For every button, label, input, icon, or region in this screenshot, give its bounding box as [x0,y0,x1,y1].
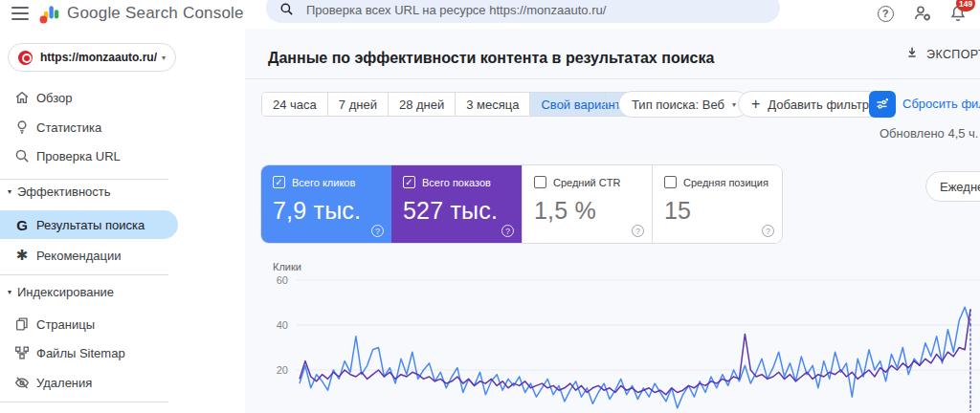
sidebar-item-label: Удаления [36,376,92,390]
chart-series-line [300,307,970,408]
y-tick-label: 60 [277,274,288,286]
help-icon[interactable]: ? [371,225,384,237]
export-label: ЭКСПОРТИРОВАТЬ [926,48,980,61]
performance-line-chart[interactable]: 60 40 20 [261,258,980,413]
pages-icon [13,315,31,333]
search-console-logo[interactable] [38,2,61,29]
sidebar-item-label: Статистика [36,120,101,135]
tune-icon [875,97,890,112]
google-g-icon: G [13,217,31,233]
metric-label: Всего кликов [292,177,355,188]
section-label: Индексирование [17,285,114,299]
metric-value: 15 [664,197,770,225]
user-settings-icon[interactable] [912,3,933,24]
sidebar-item-recommendations[interactable]: ✱ Рекомендации [0,241,191,270]
updated-timestamp: Обновлено 4,5 ч. назад [880,126,980,141]
metric-value: 7,9 тыс. [273,197,380,225]
date-range-7d[interactable]: 7 дней [328,93,389,116]
property-favicon [18,51,33,65]
sidebar-item-search-results[interactable]: G Результаты поиска [0,210,178,239]
download-icon [904,45,920,64]
chevron-down-icon: ▾ [162,54,166,62]
metric-label: Средняя позиция [683,177,768,188]
search-type-filter-chip[interactable]: Тип поиска: Веб ▾ [618,91,749,118]
sidebar-divider [0,402,168,402]
metric-cards: ✓ Всего кликов 7,9 тыс. ? ✓ Всего показо… [261,165,782,243]
gsc-window: Google Search Console ? 149 https://monz [0,0,980,413]
removals-eye-off-icon [13,374,31,391]
section-label: Эффективность [17,185,111,199]
metric-label: Всего показов [422,177,491,188]
sidebar-item-removals[interactable]: Удаления [0,368,191,397]
sidebar-item-label: Страницы [36,317,95,332]
url-inspection-magnifier-icon [13,147,31,164]
chevron-down-icon: ▾ [732,100,736,109]
notification-count-badge[interactable]: 149 [956,0,975,11]
metric-card-total-clicks[interactable]: ✓ Всего кликов 7,9 тыс. ? [261,165,391,243]
checkbox-checked-icon[interactable]: ✓ [273,176,285,188]
vertical-divider [605,94,606,115]
date-range-group: 24 часа 7 дней 28 дней 3 месяца Свой вар… [261,92,643,117]
metric-card-average-ctr[interactable]: Средний CTR 1,5 % ? [522,165,652,243]
search-input[interactable] [306,0,756,19]
sidebar-item-sitemaps[interactable]: Файлы Sitemap [0,338,191,367]
sidebar-item-label: Обзор [36,91,73,105]
sidebar-divider [0,274,168,275]
add-filter-chip[interactable]: + Добавить фильтр [738,91,882,118]
home-icon [13,89,31,106]
metric-card-total-impressions[interactable]: ✓ Всего показов 527 тыс. ? [391,165,522,243]
help-icon[interactable]: ? [632,225,644,237]
collapse-triangle-icon: ▾ [8,187,11,196]
sidebar-item-label: Рекомендации [36,249,122,263]
sidebar: https://monzaauto.ru/ ▾ Обзор Статистика… [0,29,245,413]
granularity-button[interactable]: Ежедневно [925,171,980,202]
y-tick-label: 20 [277,364,288,376]
page-title: Данные по эффективности контента в резул… [268,50,714,67]
sidebar-item-label: Результаты поиска [36,218,145,232]
metric-value: 1,5 % [534,197,640,225]
menu-icon[interactable] [11,7,29,20]
help-icon[interactable]: ? [501,225,514,237]
divider [245,78,980,79]
export-button[interactable]: ЭКСПОРТИРОВАТЬ [904,45,980,64]
sidebar-item-label: Проверка URL [36,149,121,163]
checkbox-unchecked-icon[interactable] [534,176,546,188]
url-inspection-searchbar[interactable] [266,0,780,23]
collapse-triangle-icon: ▾ [8,288,11,296]
date-range-24h[interactable]: 24 часа [262,93,328,116]
app-title: Google Search Console [67,4,244,23]
plus-icon: + [751,96,760,113]
y-tick-label: 40 [277,319,288,331]
insights-bulb-icon [13,119,31,136]
sidebar-divider [0,179,168,180]
metric-value: 527 тыс. [403,197,510,225]
sitemap-icon [13,344,31,361]
date-range-3m[interactable]: 3 месяца [456,93,530,116]
date-range-28d[interactable]: 28 дней [389,93,456,116]
sidebar-item-overview[interactable]: Обзор [0,83,191,112]
recommendations-asterisk-icon: ✱ [13,247,31,264]
property-selector[interactable]: https://monzaauto.ru/ ▾ [8,43,176,72]
section-indexing[interactable]: ▾ Индексирование [0,283,114,300]
metric-label: Средний CTR [553,177,620,188]
property-url: https://monzaauto.ru/ [40,51,157,64]
topbar: Google Search Console ? 149 [0,0,980,29]
sidebar-item-insights[interactable]: Статистика [0,113,191,141]
sidebar-item-url-inspection[interactable]: Проверка URL [0,141,191,170]
sidebar-item-label: Файлы Sitemap [36,346,125,360]
checkbox-unchecked-icon[interactable] [664,176,677,188]
help-icon[interactable]: ? [875,3,896,24]
sidebar-item-pages[interactable]: Страницы [0,310,191,338]
filter-tune-button[interactable] [869,91,896,118]
reset-filters-link[interactable]: Сбросить фильтры [902,97,980,111]
search-icon [279,2,294,20]
checkbox-checked-icon[interactable]: ✓ [403,176,415,188]
help-icon[interactable]: ? [762,225,774,237]
main-content: Данные по эффективности контента в резул… [245,29,980,413]
metric-card-average-position[interactable]: Средняя позиция 15 ? [652,165,782,243]
section-performance[interactable]: ▾ Эффективность [0,183,111,200]
